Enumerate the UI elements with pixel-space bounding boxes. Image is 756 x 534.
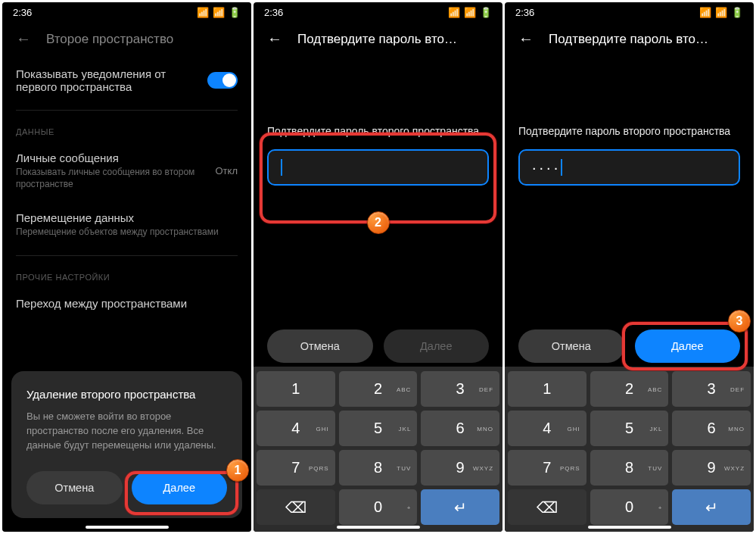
enter-icon: ↵ <box>454 498 467 517</box>
key-4[interactable]: 4GHI <box>257 411 335 446</box>
key-6[interactable]: 6MNO <box>421 411 499 446</box>
password-input[interactable] <box>267 149 489 186</box>
status-icons: 📶 📶 🔋 <box>197 7 241 18</box>
key-1[interactable]: 1 <box>257 371 335 407</box>
phone-screen-1: 2:36 📶 📶 🔋 ← Второе пространство Показыв… <box>2 2 251 532</box>
status-icons: 📶 📶 🔋 <box>699 7 743 18</box>
password-input[interactable]: ···· <box>518 149 740 186</box>
key-backspace[interactable]: ⌫ <box>508 489 586 525</box>
password-label: Подтвердите пароль второго пространства <box>267 125 489 137</box>
signal-icon: 📶 <box>699 7 711 18</box>
section-data: ДАННЫЕ <box>16 127 238 136</box>
dialog-body: Вы не сможете войти во второе пространст… <box>26 410 227 453</box>
phone-screen-3: 2:36 📶 📶 🔋 ← Подтвердите пароль вто… Под… <box>505 2 754 532</box>
dialog-buttons: Отмена Далее <box>26 471 227 504</box>
password-label: Подтвердите пароль второго пространства <box>518 125 740 137</box>
key-enter[interactable]: ↵ <box>672 489 751 525</box>
key-3[interactable]: 3DEF <box>421 371 499 407</box>
page-header: ← Второе пространство <box>2 21 251 57</box>
action-buttons: Отмена Далее <box>267 329 489 363</box>
delete-space-dialog: Удаление второго пространства Вы не смож… <box>11 371 242 518</box>
divider <box>16 255 238 256</box>
key-enter[interactable]: ↵ <box>421 489 499 525</box>
notifications-row[interactable]: Показывать уведомления от первого простр… <box>16 57 238 104</box>
switch-title: Переход между пространствами <box>16 297 187 310</box>
key-8[interactable]: 8TUV <box>590 450 669 486</box>
action-buttons: Отмена Далее <box>518 329 740 363</box>
key-2[interactable]: 2ABC <box>339 371 418 407</box>
key-9[interactable]: 9WXYZ <box>672 450 751 486</box>
key-7[interactable]: 7PQRS <box>508 450 586 486</box>
text-cursor <box>281 159 282 176</box>
back-icon[interactable]: ← <box>267 30 282 48</box>
key-backspace[interactable]: ⌫ <box>257 489 335 525</box>
backspace-icon: ⌫ <box>285 498 306 517</box>
section-other: ПРОЧИЕ НАСТРОЙКИ <box>16 273 238 282</box>
page-header: ← Подтвердите пароль вто… <box>505 21 754 57</box>
next-button[interactable]: Далее <box>635 329 741 363</box>
key-0[interactable]: 0+ <box>590 489 669 525</box>
battery-icon: 🔋 <box>480 7 492 18</box>
status-bar: 2:36 📶 📶 🔋 <box>2 2 251 21</box>
divider <box>16 110 238 111</box>
back-icon[interactable]: ← <box>518 30 534 48</box>
battery-icon: 🔋 <box>731 7 743 18</box>
messages-row[interactable]: Личные сообщения Показывать личные сообщ… <box>16 141 238 201</box>
page-header: ← Подтвердите пароль вто… <box>254 21 502 57</box>
page-title: Второе пространство <box>46 32 173 47</box>
key-5[interactable]: 5JKL <box>590 411 669 446</box>
key-1[interactable]: 1 <box>508 371 586 407</box>
callout-badge-3: 3 <box>728 310 751 333</box>
cancel-button[interactable]: Отмена <box>26 471 123 504</box>
cancel-button[interactable]: Отмена <box>267 329 373 363</box>
page-title: Подтвердите пароль вто… <box>549 32 708 47</box>
wifi-icon: 📶 <box>715 7 727 18</box>
key-4[interactable]: 4GHI <box>508 411 586 446</box>
nav-bar[interactable] <box>86 526 169 529</box>
nav-bar[interactable] <box>337 526 420 529</box>
enter-icon: ↵ <box>705 498 718 517</box>
status-time: 2:36 <box>515 7 534 18</box>
numeric-keyboard: 1 2ABC 3DEF 4GHI 5JKL 6MNO 7PQRS 8TUV 9W… <box>254 367 502 532</box>
callout-badge-1: 1 <box>226 459 249 482</box>
key-8[interactable]: 8TUV <box>339 450 418 486</box>
wifi-icon: 📶 <box>464 7 476 18</box>
key-7[interactable]: 7PQRS <box>257 450 335 486</box>
move-title: Перемещение данных <box>16 211 219 224</box>
numeric-keyboard: 1 2ABC 3DEF 4GHI 5JKL 6MNO 7PQRS 8TUV 9W… <box>505 367 754 532</box>
next-button[interactable]: Далее <box>132 471 228 504</box>
key-0[interactable]: 0+ <box>339 489 418 525</box>
signal-icon: 📶 <box>197 7 209 18</box>
backspace-icon: ⌫ <box>537 498 558 517</box>
move-sub: Перемещение объектов между пространствам… <box>16 226 219 239</box>
status-bar: 2:36 📶 📶 🔋 <box>254 2 502 21</box>
callout-badge-2: 2 <box>367 211 390 234</box>
notifications-toggle[interactable] <box>207 72 238 89</box>
cancel-button[interactable]: Отмена <box>518 329 624 363</box>
phone-screen-2: 2:36 📶 📶 🔋 ← Подтвердите пароль вто… Под… <box>254 2 502 532</box>
messages-status: Откл <box>216 165 238 176</box>
status-bar: 2:36 📶 📶 🔋 <box>505 2 754 21</box>
next-button-disabled: Далее <box>384 329 490 363</box>
key-6[interactable]: 6MNO <box>672 411 751 446</box>
status-icons: 📶 📶 🔋 <box>448 7 492 18</box>
key-3[interactable]: 3DEF <box>672 371 751 407</box>
dialog-title: Удаление второго пространства <box>26 388 227 401</box>
key-2[interactable]: 2ABC <box>590 371 669 407</box>
status-time: 2:36 <box>13 7 32 18</box>
key-5[interactable]: 5JKL <box>339 411 418 446</box>
key-9[interactable]: 9WXYZ <box>421 450 499 486</box>
switch-spaces-row[interactable]: Переход между пространствами <box>16 286 238 320</box>
back-icon[interactable]: ← <box>16 30 31 48</box>
signal-icon: 📶 <box>448 7 460 18</box>
messages-title: Личные сообщения <box>16 151 216 164</box>
notifications-label: Показывать уведомления от первого простр… <box>16 67 182 93</box>
battery-icon: 🔋 <box>229 7 241 18</box>
nav-bar[interactable] <box>588 526 671 529</box>
messages-sub: Показывать личные сообщения во втором пр… <box>16 167 216 190</box>
password-section: Подтвердите пароль второго пространства <box>254 125 502 186</box>
password-section: Подтвердите пароль второго пространства … <box>505 125 754 186</box>
settings-content: Показывать уведомления от первого простр… <box>2 57 251 320</box>
move-data-row[interactable]: Перемещение данных Перемещение объектов … <box>16 201 238 249</box>
page-title: Подтвердите пароль вто… <box>297 32 457 47</box>
